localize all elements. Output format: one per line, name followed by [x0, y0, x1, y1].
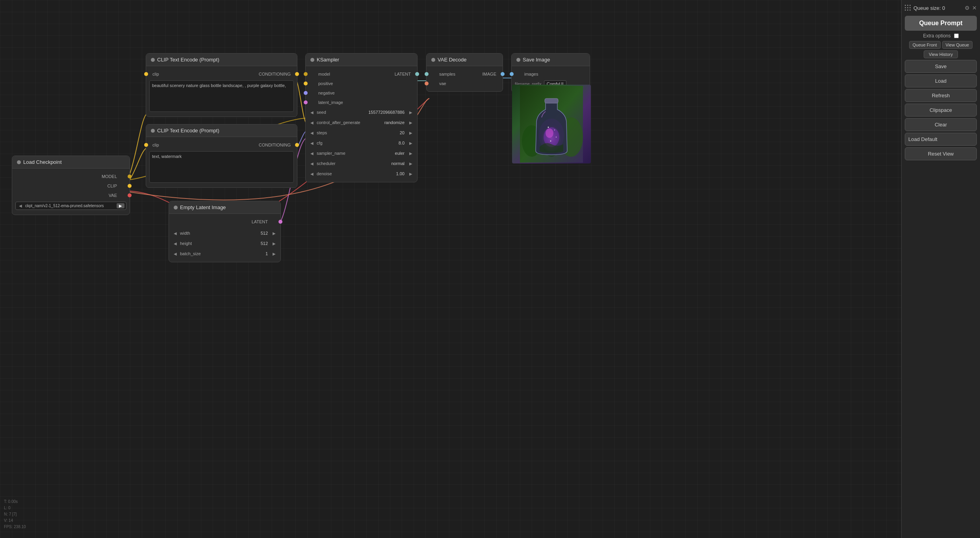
field-value-scheduler: normal	[350, 161, 405, 166]
right-panel: Queue size: 0 ⚙ ✕ Queue Prompt Extra opt…	[901, 0, 980, 538]
port-label-samples-in: samples	[439, 72, 455, 76]
field-value-control: randomize	[362, 120, 405, 125]
port-dot-latent-out[interactable]	[278, 220, 282, 224]
field-arrow-width-left[interactable]: ◀	[172, 230, 178, 236]
field-arrow-seed-right[interactable]: ▶	[408, 109, 414, 115]
port-dot-images-in[interactable]	[510, 72, 514, 76]
node-empty-latent-header: Empty Latent Image	[169, 201, 280, 214]
port-dot-clip-in-neg[interactable]	[144, 143, 148, 147]
view-queue-button[interactable]: View Queue	[942, 41, 973, 49]
ckpt-arrow-right[interactable]: ▶	[117, 203, 124, 208]
field-arrow-steps-left[interactable]: ◀	[309, 130, 315, 136]
port-dot-latent-in[interactable]	[304, 100, 308, 104]
field-arrow-scheduler-left[interactable]: ◀	[309, 161, 315, 167]
queue-size-label: Queue size: 0	[913, 5, 945, 11]
node-textarea-negative[interactable]: text, watermark	[149, 151, 294, 183]
node-dot-latent	[174, 206, 178, 210]
node-textarea-positive[interactable]: beautiful scenery nature glass bottle la…	[149, 80, 294, 112]
node-clip-text-negative-title: CLIP Text Encode (Prompt)	[157, 128, 219, 134]
port-dot-clip-in-pos[interactable]	[144, 72, 148, 76]
port-dot-vae-in[interactable]	[425, 82, 429, 85]
field-arrow-control-left[interactable]: ◀	[309, 120, 315, 126]
field-value-batch: 1	[213, 251, 268, 256]
field-label-denoise: denoise	[317, 171, 348, 176]
field-arrow-control-right[interactable]: ▶	[408, 120, 414, 126]
node-vae-decode-title: VAE Decode	[438, 57, 466, 63]
field-arrow-sampler-left[interactable]: ◀	[309, 150, 315, 156]
port-dot-conditioning-out-neg[interactable]	[295, 143, 299, 147]
ckpt-arrow-left[interactable]: ◀	[17, 203, 24, 209]
view-history-button[interactable]: View History	[924, 50, 958, 58]
port-label-image-out: IMAGE	[483, 72, 496, 76]
load-default-button[interactable]: Load Default	[905, 133, 977, 146]
field-row-scheduler: ◀ scheduler normal ▶	[306, 158, 417, 169]
port-dot-negative-in[interactable]	[304, 91, 308, 95]
node-empty-latent: Empty Latent Image LATENT ◀ width 512 ▶ …	[169, 201, 281, 262]
port-dot-vae[interactable]	[128, 193, 132, 197]
node-clip-text-positive-header: CLIP Text Encode (Prompt)	[146, 54, 297, 66]
ckpt-filename: ckpt_nam/v2-1_512-ema-pruned.safetensors	[25, 204, 115, 208]
canvas[interactable]: Load Checkpoint MODEL CLIP VAE ◀ ckpt_na…	[0, 0, 980, 538]
queue-prompt-button[interactable]: Queue Prompt	[905, 16, 977, 31]
save-button[interactable]: Save	[905, 60, 977, 73]
queue-front-button[interactable]: Queue Front	[909, 41, 941, 49]
reset-view-button[interactable]: Reset View	[905, 147, 977, 160]
svg-rect-4	[545, 98, 558, 103]
field-label-steps: steps	[317, 130, 348, 135]
node-dot-save-image	[516, 58, 520, 62]
clipspace-button[interactable]: Clipspace	[905, 104, 977, 117]
node-load-checkpoint-title: Load Checkpoint	[23, 159, 62, 165]
port-dot-conditioning-out-pos[interactable]	[295, 72, 299, 76]
port-dot-latent-out-k[interactable]	[415, 72, 419, 76]
field-row-sampler: ◀ sampler_name euler ▶	[306, 148, 417, 158]
field-arrow-sampler-right[interactable]: ▶	[408, 150, 414, 156]
field-arrow-batch-right[interactable]: ▶	[271, 251, 277, 257]
stat-fps: FPS: 238.10	[4, 524, 26, 530]
extra-options-checkbox[interactable]	[954, 33, 959, 38]
node-load-checkpoint: Load Checkpoint MODEL CLIP VAE ◀ ckpt_na…	[12, 156, 130, 215]
port-label-latent-out: LATENT	[252, 219, 268, 224]
port-row-vae: VAE	[12, 191, 130, 200]
field-row-height: ◀ height 512 ▶	[169, 238, 280, 249]
field-value-steps: 20	[350, 130, 405, 135]
field-arrow-batch-left[interactable]: ◀	[172, 251, 178, 257]
field-arrow-height-right[interactable]: ▶	[271, 241, 277, 247]
field-value-height: 512	[213, 241, 268, 246]
node-vae-decode: VAE Decode samples IMAGE vae	[426, 53, 503, 92]
field-arrow-width-right[interactable]: ▶	[271, 230, 277, 236]
node-load-checkpoint-header: Load Checkpoint	[12, 156, 130, 169]
port-row-positive-in: positive	[306, 79, 417, 88]
port-dot-clip[interactable]	[128, 184, 132, 188]
field-arrow-cfg-left[interactable]: ◀	[309, 140, 315, 146]
field-value-denoise: 1.00	[350, 171, 405, 176]
field-arrow-scheduler-right[interactable]: ▶	[408, 161, 414, 167]
node-empty-latent-title: Empty Latent Image	[180, 204, 226, 210]
port-dot-model-in[interactable]	[304, 72, 308, 76]
port-dot-model[interactable]	[128, 174, 132, 178]
refresh-button[interactable]: Refresh	[905, 89, 977, 102]
field-arrow-denoise-right[interactable]: ▶	[408, 171, 414, 177]
field-row-denoise: ◀ denoise 1.00 ▶	[306, 169, 417, 179]
port-dot-image-out[interactable]	[501, 72, 505, 76]
field-arrow-steps-right[interactable]: ▶	[408, 130, 414, 136]
field-arrow-seed-left[interactable]: ◀	[309, 109, 315, 115]
load-button[interactable]: Load	[905, 74, 977, 87]
port-dot-positive-in[interactable]	[304, 82, 308, 85]
gear-icon[interactable]: ⚙	[965, 5, 970, 11]
field-row-seed: ◀ seed 155772096687886 ▶	[306, 107, 417, 117]
port-dot-samples-in[interactable]	[425, 72, 429, 76]
field-arrow-cfg-right[interactable]: ▶	[408, 140, 414, 146]
clear-button[interactable]: Clear	[905, 118, 977, 131]
node-ksampler-title: KSampler	[317, 57, 339, 63]
port-row-latent-in: latent_image	[306, 98, 417, 107]
node-clip-text-positive-body: clip CONDITIONING beautiful scenery natu…	[146, 66, 297, 117]
port-row-model-in: model LATENT	[306, 69, 417, 79]
node-dot-vae-decode	[431, 58, 435, 62]
field-arrow-denoise-left[interactable]: ◀	[309, 171, 315, 177]
node-ksampler: KSampler model LATENT positive negative …	[305, 53, 418, 182]
field-arrow-height-left[interactable]: ◀	[172, 241, 178, 247]
node-clip-text-positive: CLIP Text Encode (Prompt) clip CONDITION…	[146, 53, 297, 117]
node-save-image-title: Save Image	[523, 57, 550, 63]
port-row-images-in: images	[512, 69, 590, 79]
close-icon[interactable]: ✕	[972, 5, 977, 11]
